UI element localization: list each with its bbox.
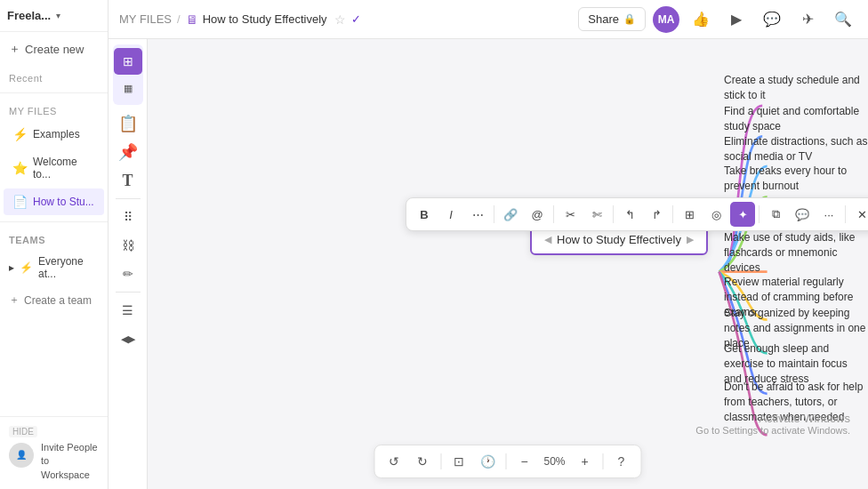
bold-button[interactable]: B [412, 202, 437, 227]
branch-2: Find a quiet and comfortable study space [724, 104, 868, 134]
node-right-arrow[interactable]: ▶ [687, 234, 694, 245]
toolbar-divider-2 [116, 292, 141, 293]
breadcrumb-current: 🖥 How to Study Effectively [186, 12, 327, 27]
comment-ft-button[interactable]: 💬 [790, 202, 815, 227]
branch-9: Don't be afraid to ask for help from tea… [724, 380, 868, 424]
my-files-section-label: MY FILES [0, 99, 108, 120]
avatar: 👤 [9, 443, 34, 468]
branch-4: Take breaks every hour to prevent burnou… [724, 164, 868, 194]
sidebar-item-everyone[interactable]: ▸ ⚡ Everyone at... [0, 249, 108, 286]
copy-button[interactable]: ⧉ [763, 202, 788, 227]
redo-button[interactable]: ↻ [410, 449, 435, 474]
collapse-button[interactable]: ◀▶ [114, 325, 142, 352]
close-toolbar-button[interactable]: ✕ [849, 202, 868, 227]
clock-button[interactable]: 🕐 [475, 449, 500, 474]
verified-icon: ✓ [351, 12, 361, 26]
sidebar-item-welcome[interactable]: ⭐ Welcome to... [4, 149, 104, 187]
how-to-icon: 📄 [12, 195, 28, 209]
left-toolbar: ⊞ ▦ 📋 📌 T ⠿ ⛓ ✏ ☰ ◀▶ [108, 39, 148, 489]
layers-button[interactable]: ☰ [114, 297, 142, 324]
invite-hide-button[interactable]: HIDE [9, 426, 37, 437]
help-button[interactable]: ? [609, 449, 634, 474]
scissors2-button[interactable]: ✄ [584, 202, 609, 227]
create-team-button[interactable]: ＋ Create a team [0, 286, 108, 314]
view-option-2[interactable]: ▦ [114, 75, 142, 101]
toolbar-divider-2 [553, 205, 554, 223]
toolbar-divider-3 [613, 205, 614, 223]
toolbar-divider-4 [672, 205, 673, 223]
sidebar-item-examples-label: Examples [33, 128, 80, 140]
link-button[interactable]: ⛓ [114, 232, 142, 259]
toolbar-divider-6 [845, 205, 846, 223]
recent-section-label: Recent [0, 66, 108, 87]
zoom-out-button[interactable]: − [511, 449, 536, 474]
sidebar-item-how-to-label: How to Stu... [33, 196, 94, 208]
fit-button[interactable]: ⊡ [446, 449, 471, 474]
welcome-icon: ⭐ [12, 161, 28, 175]
canvas-wrapper: ⊞ ▦ 📋 📌 T ⠿ ⛓ ✏ ☰ ◀▶ [108, 39, 868, 489]
invite-content: 👤 Invite People to Workspace [9, 441, 99, 482]
share-send-button[interactable]: ✈ [793, 5, 822, 34]
italic-button[interactable]: I [438, 202, 463, 227]
activate-subtitle: Go to Settings to activate Windows. [695, 425, 850, 436]
floating-toolbar: B I ⋯ 🔗 @ ✂ ✄ ↰ ↱ ⊞ ◎ ✦ ⧉ 💬 ··· [406, 197, 868, 231]
lock-icon: 🔒 [623, 13, 636, 25]
comment-button[interactable]: 💬 [758, 5, 786, 34]
sticky-note-button[interactable]: 📌 [114, 139, 142, 165]
branch-5: Make use of study aids, like flashcards … [724, 230, 868, 275]
breadcrumb-separator: / [177, 12, 181, 26]
plus-icon-team: ＋ [9, 293, 20, 308]
chevron-down-icon: ▾ [56, 11, 60, 20]
star-icon[interactable]: ☆ [334, 12, 346, 27]
divider-2 [0, 221, 108, 222]
cut-button[interactable]: ✂ [558, 202, 583, 227]
curve-left-button[interactable]: ↰ [617, 202, 642, 227]
grid-button[interactable]: ⊞ [677, 202, 702, 227]
sidebar-item-examples[interactable]: ⚡ Examples [4, 121, 104, 148]
dots-button[interactable]: ··· [816, 202, 841, 227]
thumbs-up-button[interactable]: 👍 [687, 5, 715, 34]
more-text-button[interactable]: ⋯ [465, 202, 490, 227]
target-button[interactable]: ◎ [703, 202, 728, 227]
bt-divider-2 [505, 453, 506, 469]
everyone-icon: ⚡ [20, 261, 33, 274]
search-button[interactable]: 🔍 [829, 5, 857, 34]
sidebar-item-how-to[interactable]: 📄 How to Stu... [4, 188, 104, 215]
workspace-name: Freela... [7, 9, 51, 22]
examples-icon: ⚡ [12, 127, 28, 141]
star-active-button[interactable]: ✦ [730, 202, 755, 227]
node-left-arrow[interactable]: ◀ [544, 234, 551, 245]
zoom-in-button[interactable]: + [573, 449, 598, 474]
canvas[interactable]: ◀ How to Study Effectively ▶ Create a st… [148, 39, 868, 489]
doc-title: How to Study Effectively [203, 12, 327, 26]
sidebar-header[interactable]: Freela... ▾ [0, 0, 108, 32]
share-button[interactable]: Share 🔒 [578, 7, 646, 31]
text-button[interactable]: T [114, 167, 142, 194]
grid-view-button[interactable]: ⊞ [114, 48, 142, 75]
apps-button[interactable]: ⠿ [114, 204, 142, 230]
curve-right-button[interactable]: ↱ [644, 202, 669, 227]
create-team-label: Create a team [24, 294, 92, 307]
central-node-label: How to Study Effectively [557, 233, 681, 246]
share-label: Share [588, 12, 619, 26]
view-toolbar-group: ⊞ ▦ [113, 44, 143, 105]
create-new-button[interactable]: ＋ Create new [0, 32, 108, 66]
teams-section: TEAMS ▸ ⚡ Everyone at... ＋ Create a team [0, 228, 108, 314]
everyone-expand-icon: ▸ [9, 261, 14, 274]
link-button[interactable]: 🔗 [498, 202, 523, 227]
undo-button[interactable]: ↺ [382, 449, 406, 474]
divider [0, 92, 108, 93]
template-button[interactable]: 📋 [114, 110, 142, 137]
breadcrumb: MY FILES / 🖥 How to Study Effectively ☆ … [119, 12, 361, 27]
toolbar-divider-1 [494, 205, 494, 223]
pen-button[interactable]: ✏ [114, 261, 142, 287]
branch-3: Eliminate distractions, such as social m… [724, 134, 868, 164]
mention-button[interactable]: @ [525, 202, 550, 227]
present-button[interactable]: ▶ [722, 5, 751, 34]
my-files-breadcrumb[interactable]: MY FILES [119, 12, 172, 26]
invite-people-label[interactable]: Invite People to Workspace [41, 441, 99, 482]
everyone-label: Everyone at... [38, 255, 99, 280]
invite-section: HIDE 👤 Invite People to Workspace [0, 416, 108, 489]
toolbar-divider [116, 198, 141, 199]
sidebar: Freela... ▾ ＋ Create new Recent MY FILES… [0, 0, 108, 489]
